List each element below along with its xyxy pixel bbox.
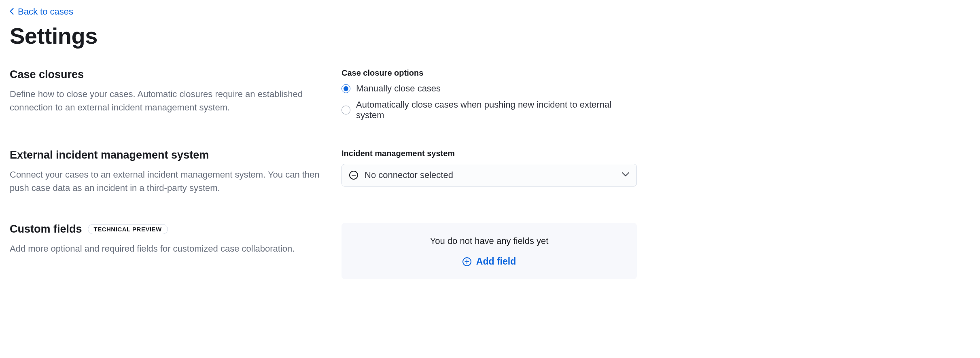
section-custom-fields: Custom fields TECHNICAL PREVIEW Add more…: [10, 223, 637, 279]
connector-select-value: No connector selected: [365, 170, 453, 180]
custom-fields-empty-text: You do not have any fields yet: [351, 236, 627, 246]
page-title: Settings: [10, 23, 970, 49]
custom-fields-title-row: Custom fields TECHNICAL PREVIEW: [10, 223, 325, 235]
back-to-cases-link[interactable]: Back to cases: [10, 6, 73, 17]
case-closures-title: Case closures: [10, 68, 325, 81]
custom-fields-description: Add more optional and required fields fo…: [10, 242, 325, 255]
back-link-label: Back to cases: [18, 6, 73, 17]
external-system-form: Incident management system No connector …: [342, 149, 637, 195]
custom-fields-empty-panel: You do not have any fields yet Add field: [342, 223, 637, 279]
chevron-down-icon: [622, 171, 629, 180]
plus-circle-icon: [462, 257, 471, 266]
connector-select[interactable]: No connector selected: [342, 164, 637, 186]
external-system-title: External incident management system: [10, 149, 325, 161]
incident-system-label: Incident management system: [342, 149, 637, 158]
section-case-closures-info: Case closures Define how to close your c…: [10, 68, 325, 121]
section-custom-fields-info: Custom fields TECHNICAL PREVIEW Add more…: [10, 223, 325, 279]
connector-select-content: No connector selected: [349, 170, 453, 180]
add-field-label: Add field: [476, 256, 516, 267]
section-external-system-info: External incident management system Conn…: [10, 149, 325, 195]
case-closure-options-label: Case closure options: [342, 68, 637, 78]
case-closures-form: Case closure options Manually close case…: [342, 68, 637, 121]
minus-circle-icon: [349, 171, 358, 180]
chevron-left-icon: [10, 6, 14, 17]
radio-manual-close[interactable]: Manually close cases: [342, 83, 637, 94]
radio-icon: [342, 84, 350, 93]
settings-sections: Case closures Define how to close your c…: [10, 68, 637, 279]
section-external-system: External incident management system Conn…: [10, 149, 637, 195]
add-field-button[interactable]: Add field: [462, 256, 516, 267]
technical-preview-badge: TECHNICAL PREVIEW: [88, 224, 168, 234]
radio-auto-label: Automatically close cases when pushing n…: [356, 100, 637, 121]
external-system-description: Connect your cases to an external incide…: [10, 168, 325, 195]
radio-auto-close[interactable]: Automatically close cases when pushing n…: [342, 100, 637, 121]
custom-fields-title: Custom fields: [10, 223, 82, 235]
radio-icon: [342, 106, 350, 114]
section-case-closures: Case closures Define how to close your c…: [10, 68, 637, 121]
radio-manual-label: Manually close cases: [356, 83, 441, 94]
custom-fields-panel: You do not have any fields yet Add field: [342, 223, 637, 279]
case-closure-radio-group: Manually close cases Automatically close…: [342, 83, 637, 121]
case-closures-description: Define how to close your cases. Automati…: [10, 87, 325, 114]
